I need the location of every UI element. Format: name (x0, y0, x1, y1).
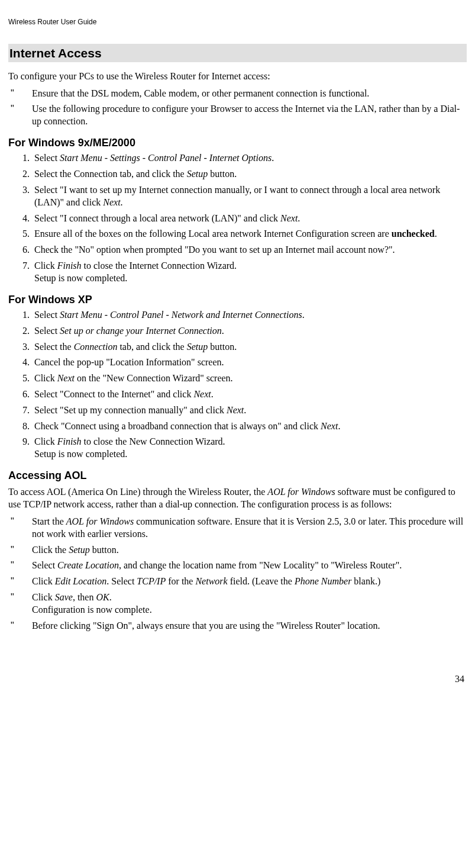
running-header: Wireless Router User Guide (8, 18, 467, 27)
list-item: Select "I connect through a local area n… (32, 213, 467, 225)
text: field. (Leave the (228, 576, 295, 586)
text-italic: Next (193, 389, 211, 399)
text: blank.) (351, 576, 380, 586)
text: To access AOL (America On Line) through … (8, 487, 267, 497)
list-item: Select the Connection tab, and click the… (32, 168, 467, 181)
text: Select the Connection tab, and click the (34, 169, 187, 179)
text: button. (90, 545, 119, 555)
text-italic: Set up or change your Internet Connectio… (60, 326, 222, 336)
text-bold: unchecked (392, 229, 435, 239)
text: . (272, 153, 274, 163)
text: on the "New Connection Wizard" screen. (75, 373, 233, 383)
text: . (338, 421, 340, 431)
page-number: 34 (8, 673, 467, 686)
text: Select (34, 326, 60, 336)
text-italic: Connection (74, 342, 118, 352)
text: , then (73, 592, 96, 602)
list-item: Select Create Location, and change the l… (8, 560, 467, 572)
text-italic: Edit Location (55, 576, 107, 586)
text: tab, and click the (117, 342, 186, 352)
text-italic: Start Menu - Control Panel - Network and… (60, 310, 302, 320)
text: Select "Set up my connection manually" a… (34, 405, 227, 415)
list-item: Click Finish to close the New Connection… (32, 436, 467, 461)
text-italic: Next (280, 213, 298, 223)
text: button. (208, 169, 237, 179)
text: Check "Connect using a broadband connect… (34, 421, 321, 431)
subheading-aol: Accessing AOL (8, 469, 467, 483)
text: . (244, 405, 246, 415)
list-item: Check the "No" option when prompted "Do … (32, 244, 467, 256)
list-item: Ensure that the DSL modem, Cable modem, … (8, 88, 467, 100)
list-item: Select Start Menu - Settings - Control P… (32, 152, 467, 165)
text-italic: Start Menu - Settings - Control Panel - … (60, 153, 272, 163)
text: . (222, 326, 224, 336)
list-item: Select "I want to set up my Internet con… (32, 184, 467, 209)
text: Select (34, 310, 60, 320)
text-italic: AOL for Windows (267, 487, 335, 497)
text: Select "I want to set up my Internet con… (34, 185, 440, 207)
text: for the (166, 576, 195, 586)
text-italic: Next (321, 421, 338, 431)
text: . (121, 197, 123, 207)
text: , and change the location name from "New… (119, 560, 402, 570)
text-italic: Setup (187, 169, 208, 179)
text: to close the New Connection Wizard. (82, 436, 225, 446)
list-item: Select the Connection tab, and click the… (32, 341, 467, 353)
list-item: Select "Connect to the Internet" and cli… (32, 388, 467, 401)
text: Start the (32, 516, 66, 526)
text: Cancel the pop-up "Location Information"… (34, 357, 224, 367)
text: . (211, 389, 214, 399)
text-italic: Network (195, 576, 227, 586)
text: Click the (32, 545, 69, 555)
text: Click (34, 373, 57, 383)
text: Click (34, 261, 57, 271)
intro-paragraph: To configure your PCs to use the Wireles… (8, 70, 467, 83)
text-italic: OK (96, 592, 109, 602)
text-italic: Save (55, 592, 73, 602)
text: . (302, 310, 305, 320)
list-item: Click Next on the "New Connection Wizard… (32, 372, 467, 385)
text: . Select (106, 576, 137, 586)
winxp-steps: Select Start Menu - Control Panel - Netw… (8, 309, 467, 461)
list-item: Check "Connect using a broadband connect… (32, 420, 467, 433)
text-italic: AOL for Windows (66, 516, 134, 526)
list-item: Before clicking "Sign On", always ensure… (8, 620, 467, 632)
list-item: Use the following procedure to configure… (8, 103, 467, 128)
text: Select "Connect to the Internet" and cli… (34, 389, 193, 399)
text: button. (208, 342, 237, 352)
list-item: Select Start Menu - Control Panel - Netw… (32, 309, 467, 322)
text: Select "I connect through a local area n… (34, 213, 280, 223)
text-italic: Create Location (57, 560, 119, 570)
text: to close the Internet Connection Wizard. (82, 261, 237, 271)
text: Setup is now completed. (34, 273, 127, 283)
text: Select (32, 560, 57, 570)
aol-intro: To access AOL (America On Line) through … (8, 486, 467, 511)
list-item: Cancel the pop-up "Location Information"… (32, 356, 467, 369)
intro-bullet-list: Ensure that the DSL modem, Cable modem, … (8, 88, 467, 128)
text: . (298, 213, 300, 223)
list-item: Select Set up or change your Internet Co… (32, 325, 467, 337)
text-italic: Finish (57, 436, 82, 446)
list-item: Click Save, then OK.Configuration is now… (8, 591, 467, 616)
list-item: Click Finish to close the Internet Conne… (32, 260, 467, 285)
text: Click (32, 592, 55, 602)
text-italic: TCP/IP (137, 576, 166, 586)
list-item: Ensure all of the boxes on the following… (32, 228, 467, 240)
text: . (109, 592, 112, 602)
text-italic: Next (57, 373, 75, 383)
text: Check the "No" option when prompted "Do … (34, 245, 395, 255)
text: Select (34, 153, 60, 163)
list-item: Select "Set up my connection manually" a… (32, 404, 467, 417)
text: Click (34, 436, 57, 446)
win9x-steps: Select Start Menu - Settings - Control P… (8, 152, 467, 284)
list-item: Click Edit Location. Select TCP/IP for t… (8, 576, 467, 588)
text-italic: Phone Number (295, 576, 351, 586)
text-italic: Finish (57, 261, 82, 271)
list-item: Click the Setup button. (8, 544, 467, 557)
text: Select the (34, 342, 74, 352)
text: . (435, 229, 437, 239)
aol-bullet-list: Start the AOL for Windows communication … (8, 516, 467, 632)
text-italic: Setup (187, 342, 208, 352)
list-item: Start the AOL for Windows communication … (8, 516, 467, 541)
text-italic: Next (103, 197, 120, 207)
